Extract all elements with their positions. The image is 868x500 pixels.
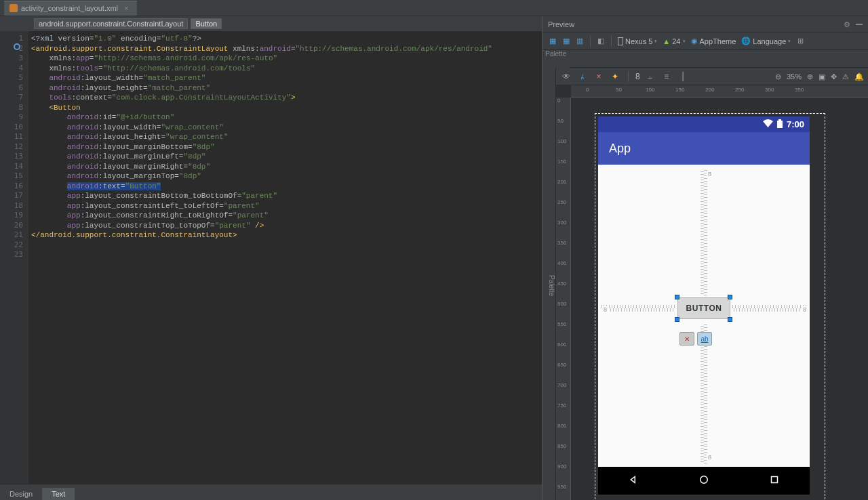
pack-icon[interactable]: ⫠ bbox=[644, 70, 656, 83]
gear-icon[interactable]: ⚙ bbox=[844, 20, 852, 28]
selection-handle[interactable] bbox=[675, 317, 679, 322]
constraint-spring-left bbox=[601, 305, 675, 312]
breadcrumb-root[interactable]: android.support.constraint.ConstraintLay… bbox=[34, 18, 188, 29]
margin-label-right: 8 bbox=[802, 306, 808, 313]
eye-icon[interactable]: 👁 bbox=[560, 70, 572, 83]
guideline-icon[interactable]: ⎮ bbox=[677, 70, 689, 83]
api-selector[interactable]: ▲24▾ bbox=[660, 37, 687, 45]
margin-label-bottom: 8 bbox=[707, 454, 713, 461]
palette-tab[interactable]: Palette bbox=[542, 68, 556, 500]
line-gutter: 1234567891011121314151617181920212223 bbox=[0, 31, 28, 484]
margin-label-top: 8 bbox=[707, 171, 713, 178]
home-icon[interactable] bbox=[698, 474, 710, 488]
preview-pane: Preview ⚙ ▦ ▦ ▥ ◧ Nexus 5▾ ▲24▾ ◉AppThem… bbox=[542, 16, 868, 500]
selection-handle[interactable] bbox=[675, 295, 679, 299]
zoom-in-icon[interactable]: ⊕ bbox=[807, 72, 813, 81]
svg-rect-0 bbox=[777, 121, 783, 128]
orientation-icon[interactable]: ◧ bbox=[595, 35, 607, 47]
infer-icon[interactable]: ✦ bbox=[609, 70, 621, 83]
wifi-icon bbox=[763, 119, 773, 129]
pan-icon[interactable]: ✥ bbox=[831, 72, 837, 81]
nav-bar bbox=[598, 467, 810, 495]
device-selector[interactable]: Nexus 5▾ bbox=[616, 37, 659, 45]
align-icon[interactable]: ≡ bbox=[660, 70, 673, 83]
file-tab[interactable]: activity_constraint_layout.xml × bbox=[4, 1, 137, 16]
blueprint-view-icon[interactable]: ▦ bbox=[560, 35, 572, 47]
tab-text[interactable]: Text bbox=[42, 488, 75, 500]
zoom-fit-icon[interactable]: ▣ bbox=[818, 72, 825, 81]
preview-canvas[interactable]: 👁 ⫰ × ✦ 8 ⫠ ≡ ⎮ ⊖ 35% ⊕ ▣ ✥ ⚠ bbox=[556, 68, 868, 500]
delete-constraint-button[interactable]: ✕ bbox=[679, 332, 694, 346]
design-view-icon[interactable]: ▦ bbox=[547, 35, 559, 47]
preview-header: Preview ⚙ bbox=[542, 16, 868, 33]
device-frame: 7:00 App 8 8 8 8 B bbox=[598, 117, 810, 495]
svg-point-2 bbox=[701, 476, 708, 484]
notifications-icon[interactable]: 🔔 bbox=[854, 72, 864, 81]
warnings-icon[interactable]: ⚠ bbox=[842, 72, 849, 81]
editor-pane: android.support.constraint.ConstraintLay… bbox=[0, 16, 542, 500]
margin-label-left: 8 bbox=[602, 306, 608, 313]
app-bar: App bbox=[598, 132, 810, 165]
preview-title: Preview bbox=[548, 20, 574, 28]
device-screen[interactable]: 7:00 App 8 8 8 8 B bbox=[598, 117, 810, 467]
default-margin[interactable]: 8 bbox=[635, 72, 640, 81]
zoom-out-icon[interactable]: ⊖ bbox=[775, 72, 781, 81]
theme-selector[interactable]: ◉AppTheme bbox=[689, 37, 738, 45]
back-icon[interactable] bbox=[627, 474, 639, 488]
selection-handle[interactable] bbox=[728, 317, 732, 322]
close-icon[interactable]: × bbox=[124, 4, 128, 12]
variants-icon[interactable]: ⊞ bbox=[794, 35, 806, 47]
breadcrumb-selected[interactable]: Button bbox=[191, 18, 222, 29]
app-title: App bbox=[609, 142, 631, 156]
baseline-button[interactable]: ab bbox=[697, 332, 712, 346]
preview-button-widget[interactable]: BUTTON bbox=[677, 297, 730, 319]
selection-handle[interactable] bbox=[728, 295, 732, 299]
status-time: 7:00 bbox=[787, 119, 804, 129]
ruler-vertical: 0501001502002503003504004505005506006507… bbox=[556, 98, 571, 500]
svg-rect-1 bbox=[778, 119, 781, 121]
battery-icon bbox=[777, 119, 783, 130]
minimize-icon[interactable] bbox=[856, 24, 863, 25]
constraint-spring-right bbox=[732, 305, 807, 312]
palette-strip[interactable]: Palette bbox=[542, 50, 569, 68]
ruler-horizontal: 050100150200250300350 bbox=[571, 85, 868, 98]
preview-toolbar-2: Palette bbox=[542, 50, 868, 68]
file-tab-label: activity_constraint_layout.xml bbox=[21, 4, 118, 12]
editor-tabstrip: activity_constraint_layout.xml × bbox=[0, 0, 868, 16]
language-selector[interactable]: 🌐Language▾ bbox=[739, 37, 793, 45]
gutter-annotation-icon[interactable] bbox=[14, 43, 20, 50]
preview-toolbar-1: ▦ ▦ ▥ ◧ Nexus 5▾ ▲24▾ ◉AppTheme 🌐Languag… bbox=[542, 33, 868, 50]
constraint-spring-top bbox=[701, 169, 707, 295]
tab-design[interactable]: Design bbox=[0, 488, 42, 500]
autoconnect-icon[interactable]: × bbox=[593, 70, 605, 83]
xml-file-icon bbox=[9, 4, 18, 12]
status-bar: 7:00 bbox=[598, 117, 810, 132]
svg-rect-3 bbox=[772, 477, 778, 483]
code-editor[interactable]: <?xml version="1.0" encoding="utf-8"?><a… bbox=[28, 31, 542, 484]
both-view-icon[interactable]: ▥ bbox=[574, 35, 586, 47]
magnet-icon[interactable]: ⫰ bbox=[576, 70, 589, 83]
zoom-label: 35% bbox=[787, 72, 802, 81]
recents-icon[interactable] bbox=[768, 474, 781, 488]
breadcrumb: android.support.constraint.ConstraintLay… bbox=[0, 16, 542, 31]
bottom-tabs: Design Text bbox=[0, 484, 542, 500]
